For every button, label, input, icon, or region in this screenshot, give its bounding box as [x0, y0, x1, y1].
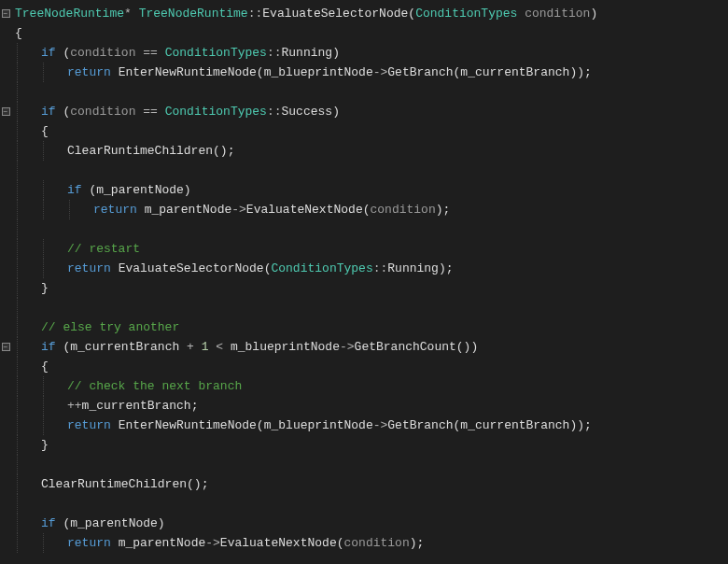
code-line[interactable]: // restart — [0, 239, 728, 259]
code-content[interactable]: } — [37, 435, 49, 455]
token: ClearRuntimeChildren — [67, 144, 213, 158]
code-line[interactable]: ClearRuntimeChildren(); — [0, 474, 728, 494]
code-line[interactable]: if (m_parentNode) — [0, 180, 728, 200]
code-line[interactable]: if (m_parentNode) — [0, 514, 728, 533]
token: m_blueprintNode — [264, 418, 373, 432]
token: if — [41, 516, 56, 530]
token: ); — [439, 261, 454, 275]
code-content[interactable]: return EnterNewRuntimeNode(m_blueprintNo… — [63, 416, 592, 435]
token: TreeNodeRuntime — [139, 7, 248, 21]
token: < — [216, 340, 223, 354]
token: )); — [569, 65, 591, 79]
fold-toggle-icon[interactable]: − — [2, 9, 10, 18]
token: return — [67, 261, 111, 275]
code-line[interactable]: ClearRuntimeChildren(); — [0, 141, 728, 161]
token: condition — [70, 46, 135, 60]
code-content[interactable]: ++m_currentBranch; — [63, 396, 198, 416]
fold-toggle-icon[interactable]: − — [2, 343, 10, 351]
indent-guides — [11, 416, 63, 435]
code-content[interactable]: // restart — [63, 239, 140, 259]
code-content[interactable]: if (m_parentNode) — [37, 514, 165, 533]
code-content[interactable]: { — [37, 121, 49, 141]
code-content[interactable]: if (m_parentNode) — [63, 180, 191, 200]
code-content[interactable]: return EnterNewRuntimeNode(m_blueprintNo… — [63, 63, 592, 82]
code-line[interactable]: if (condition == ConditionTypes::Running… — [0, 43, 728, 63]
token: ; — [191, 399, 199, 413]
token — [111, 65, 119, 79]
code-content[interactable]: if (condition == ConditionTypes::Running… — [37, 43, 340, 63]
code-content[interactable]: { — [11, 23, 22, 43]
code-content[interactable]: } — [37, 278, 49, 298]
indent-guides — [11, 219, 37, 239]
code-line[interactable]: −if (condition == ConditionTypes::Succes… — [0, 102, 728, 121]
token: if — [67, 183, 82, 197]
code-content[interactable]: ClearRuntimeChildren(); — [63, 141, 234, 161]
code-content[interactable]: return m_parentNode->EvaluateNextNode(co… — [63, 533, 424, 553]
token — [111, 536, 119, 550]
token: * — [124, 7, 139, 21]
indent-guides — [11, 357, 37, 376]
code-line[interactable]: } — [0, 278, 728, 298]
indent-guides — [11, 200, 90, 219]
code-line[interactable] — [0, 494, 728, 514]
code-line[interactable]: { — [0, 357, 728, 376]
token: // check the next branch — [67, 379, 242, 393]
token — [223, 340, 231, 354]
token: m_parentNode — [96, 183, 184, 197]
code-line[interactable]: { — [0, 23, 728, 43]
code-content[interactable]: if (m_currentBranch + 1 < m_blueprintNod… — [37, 337, 478, 357]
indent-guides — [11, 376, 63, 396]
code-line[interactable]: return EnterNewRuntimeNode(m_blueprintNo… — [0, 63, 728, 82]
code-line[interactable]: } — [0, 435, 728, 455]
code-content[interactable]: // check the next branch — [63, 376, 242, 396]
code-line[interactable]: return EvaluateSelectorNode(ConditionTyp… — [0, 259, 728, 278]
code-content[interactable]: { — [37, 357, 49, 376]
fold-toggle-icon[interactable]: − — [2, 107, 10, 116]
token: if — [41, 340, 56, 354]
token: GetBranch — [387, 65, 453, 79]
token: ConditionTypes — [271, 261, 372, 275]
indent-guides — [11, 278, 37, 298]
code-line[interactable]: { — [0, 121, 728, 141]
token: + — [187, 340, 194, 354]
code-line[interactable] — [0, 82, 728, 102]
code-content[interactable]: // else try another — [37, 317, 179, 337]
code-line[interactable]: // else try another — [0, 317, 728, 337]
code-content[interactable]: if (condition == ConditionTypes::Success… — [37, 102, 340, 121]
code-content[interactable]: return m_parentNode->EvaluateNextNode(co… — [90, 200, 450, 219]
code-line[interactable]: ++m_currentBranch; — [0, 396, 728, 416]
code-content[interactable]: ClearRuntimeChildren(); — [37, 474, 208, 494]
code-content[interactable]: return EvaluateSelectorNode(ConditionTyp… — [63, 259, 454, 278]
indent-guides — [11, 161, 37, 180]
code-content[interactable]: TreeNodeRuntime* TreeNodeRuntime::Evalua… — [11, 4, 597, 23]
token: Running — [282, 46, 333, 60]
token: if — [41, 105, 56, 119]
token: m_parentNode — [70, 516, 158, 530]
code-editor[interactable]: −TreeNodeRuntime* TreeNodeRuntime::Evalu… — [0, 0, 728, 553]
code-line[interactable]: return m_parentNode->EvaluateNextNode(co… — [0, 533, 728, 553]
token — [158, 46, 165, 60]
code-line[interactable]: −TreeNodeRuntime* TreeNodeRuntime::Evalu… — [0, 4, 728, 23]
token: GetBranch — [387, 418, 453, 432]
code-line[interactable]: return EnterNewRuntimeNode(m_blueprintNo… — [0, 416, 728, 435]
token: ); — [410, 536, 425, 550]
indent-guides — [11, 259, 63, 278]
token — [179, 340, 187, 354]
token: ); — [436, 203, 451, 217]
token: EnterNewRuntimeNode — [119, 65, 257, 79]
code-line[interactable] — [0, 161, 728, 180]
code-line[interactable] — [0, 219, 728, 239]
indent-guides — [11, 43, 37, 63]
code-line[interactable] — [0, 298, 728, 317]
token — [111, 418, 119, 432]
code-line[interactable]: // check the next branch — [0, 376, 728, 396]
indent-guides — [11, 514, 37, 533]
token — [137, 203, 145, 217]
token: == — [143, 46, 158, 60]
code-line[interactable] — [0, 455, 728, 474]
token: { — [41, 124, 49, 138]
token: m_currentBranch — [460, 418, 569, 432]
code-line[interactable]: return m_parentNode->EvaluateNextNode(co… — [0, 200, 728, 219]
code-line[interactable]: −if (m_currentBranch + 1 < m_blueprintNo… — [0, 337, 728, 357]
token: // restart — [67, 242, 140, 256]
